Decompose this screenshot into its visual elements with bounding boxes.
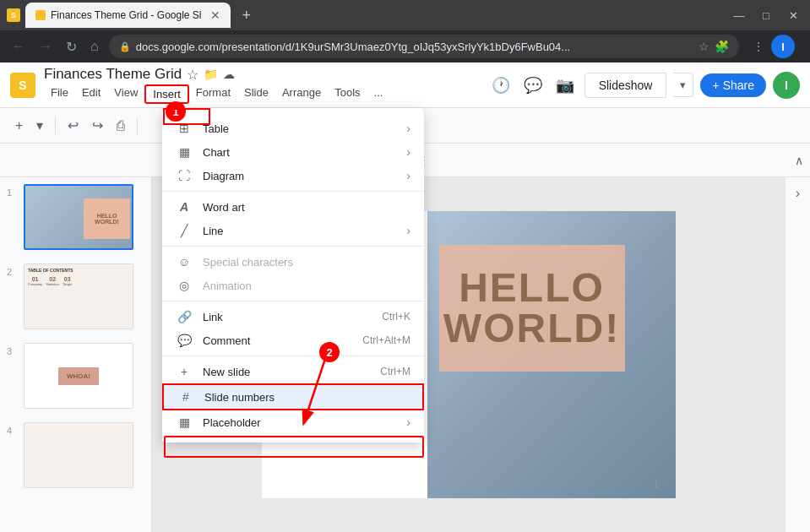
divider-1 [55,117,56,134]
menu-label-new-slide: New slide [203,366,370,378]
tab-close-icon[interactable]: ✕ [210,8,220,22]
bookmark-icon[interactable]: ☆ [699,40,709,53]
minimize-button[interactable]: — [729,5,749,25]
arrow-icon: ▾ [31,114,48,137]
menu-item-diagram[interactable]: ⛶ Diagram › [162,164,424,187]
menu-file[interactable]: File [44,84,75,104]
slide-thumb-3[interactable]: 3 WHOA! [0,336,151,415]
forward-button[interactable]: → [35,35,56,57]
menu-insert[interactable]: Insert [144,84,189,104]
redo-button[interactable]: ↪ [87,114,108,137]
link-shortcut: Ctrl+K [382,311,410,323]
menu-item-line[interactable]: ╱ Line › [162,219,424,242]
slide-preview-2: TABLE OF CONTENTS 01Company 02Statistics… [24,263,133,329]
menu-arrange[interactable]: Arrange [275,84,328,104]
menu-item-link[interactable]: 🔗 Link Ctrl+K [162,305,424,328]
chrome-right-icons: ⋮ I [746,35,802,58]
menu-label-animation: Animation [203,280,410,292]
back-button[interactable]: ← [8,35,29,57]
profile-button[interactable]: I [771,35,795,58]
special-chars-icon: ☺ [176,255,193,269]
menu-item-placeholder[interactable]: ▦ Placeholder › [162,410,424,434]
extension-icon[interactable]: 🧩 [715,40,729,53]
divider-2 [137,117,138,134]
slide-panel: 1 HELLO WORLD! 2 TABLE OF CONTENTS [0,177,152,532]
share-button[interactable]: + Share [700,73,766,97]
slide-thumb-1[interactable]: 1 HELLO WORLD! [0,177,151,257]
app-title-area: Finances Theme Grid ☆ 📁 ☁ File Edit View… [44,66,389,104]
menu-item-table[interactable]: ⊞ Table › [162,117,424,140]
collapse-button[interactable]: ∧ [795,154,803,167]
new-tab-button[interactable]: + [236,7,258,24]
annotation-2: 2 [319,342,340,362]
video-icon[interactable]: 📷 [552,73,578,98]
chart-arrow-icon: › [406,145,410,159]
home-button[interactable]: ⌂ [87,35,102,57]
menu-item-new-slide[interactable]: + New slide Ctrl+M [162,360,424,383]
slide-preview-4 [24,422,133,488]
line-icon: ╱ [176,224,193,237]
menu-view[interactable]: View [107,84,144,104]
menu-tools[interactable]: Tools [328,84,367,104]
animation-icon: ◎ [176,279,193,292]
table-arrow-icon: › [406,122,410,135]
add-person-icon: + [712,79,719,92]
slide-thumb-2[interactable]: 2 TABLE OF CONTENTS 01Company 02Statisti… [0,257,151,336]
slide-num-2: 2 [7,263,19,277]
chrome-addressbar: ← → ↻ ⌂ 🔒 docs.google.com/presentation/d… [0,30,810,62]
right-panel[interactable]: › [785,177,810,532]
slide-preview-1: HELLO WORLD! [24,184,133,250]
menu-edit[interactable]: Edit [75,84,107,104]
add-button[interactable]: + [10,115,28,137]
menu-label-slide-numbers: Slide numbers [204,391,409,404]
maximize-button[interactable]: □ [756,5,776,25]
menu-item-comment[interactable]: 💬 Comment Ctrl+Alt+M [162,328,424,352]
reload-button[interactable]: ↻ [63,35,80,58]
collapse-right-icon: › [796,186,800,201]
menu-section-links: 🔗 Link Ctrl+K 💬 Comment Ctrl+Alt+M [162,301,424,356]
menu-label-line: Line [203,225,396,237]
address-bar-icons: ☆ 🧩 [699,40,729,53]
chrome-tab[interactable]: Finances Theme Grid - Google Sl ✕ [25,3,231,28]
app-logo: S [10,73,35,98]
undo-button[interactable]: ↩ [63,114,84,137]
menu-item-word-art[interactable]: A Word art [162,195,424,219]
slide-num-1: 1 [7,184,19,198]
star-icon[interactable]: ☆ [187,67,198,83]
cloud-icon[interactable]: ☁ [223,68,235,81]
print-button[interactable]: ⎙ [111,115,130,137]
menu-section-objects: ⊞ Table › ▦ Chart › ⛶ Diagram › [162,113,424,192]
slideshow-dropdown-button[interactable]: ▾ [673,73,693,97]
link-icon: 🔗 [176,310,193,323]
menu-more[interactable]: ... [367,84,390,104]
more-icon[interactable]: ⋮ [753,40,764,53]
annotation-1: 1 [166,101,186,122]
slideshow-button[interactable]: Slideshow [584,73,667,98]
table-icon: ⊞ [176,122,193,135]
menu-item-slide-numbers[interactable]: # Slide numbers [162,383,424,410]
menu-format[interactable]: Format [189,84,237,104]
menu-label-placeholder: Placeholder [203,416,396,429]
chat-icon[interactable]: 💬 [520,73,546,98]
history-icon[interactable]: 🕐 [488,73,514,98]
app-toolbar: S Finances Theme Grid ☆ 📁 ☁ File Edit Vi… [0,62,810,108]
word-art-icon: A [176,200,193,214]
insert-dropdown-menu: ⊞ Table › ▦ Chart › ⛶ Diagram › A Word a… [162,108,424,442]
canvas-overlay-box: HELLO WORLD! [439,245,625,372]
menu-label-table: Table [203,122,396,135]
slide-thumb-4[interactable]: 4 [0,415,151,495]
close-button[interactable]: ✕ [783,5,803,25]
folder-icon[interactable]: 📁 [204,68,218,81]
address-bar[interactable]: 🔒 docs.google.com/presentation/d/1K9urSM… [109,35,739,58]
user-avatar[interactable]: I [773,72,800,99]
tab-favicon: S [7,8,20,22]
menu-item-chart[interactable]: ▦ Chart › [162,140,424,164]
toolbar-right: 🕐 💬 📷 Slideshow ▾ + Share I [488,72,800,99]
menu-label-link: Link [203,311,372,323]
slide-num-3: 3 [7,343,19,356]
canvas-hello-text: HELLO [459,268,605,308]
comment-shortcut: Ctrl+Alt+M [362,334,410,346]
slide-numbers-icon: # [177,390,194,404]
tab-title: Finances Theme Grid - Google Sl [51,9,202,21]
menu-slide[interactable]: Slide [237,84,275,104]
